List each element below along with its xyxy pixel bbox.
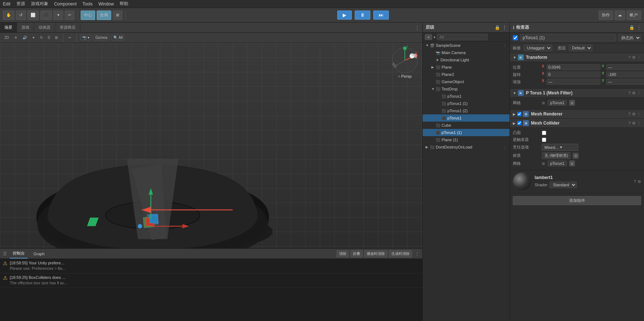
- static-dropdown[interactable]: 静态的: [618, 34, 641, 41]
- hierarchy-lock-icon[interactable]: 🔒: [495, 25, 500, 30]
- menu-edit[interactable]: Edit: [3, 1, 11, 7]
- clear-on-build-button[interactable]: 生成时清除: [389, 250, 412, 257]
- collaborate-button[interactable]: 协作: [599, 11, 613, 20]
- inspector-options-icon[interactable]: ⋮: [637, 25, 641, 30]
- collider-mesh-target-button[interactable]: ⊙: [569, 160, 575, 166]
- play-button[interactable]: ▶: [337, 11, 352, 20]
- scale-x-input[interactable]: [547, 79, 600, 85]
- scale-tool-button[interactable]: ⬜: [27, 11, 39, 20]
- menu-component[interactable]: Component: [54, 1, 77, 7]
- transform-settings-icon[interactable]: ⚙: [632, 55, 636, 60]
- camera-dropdown[interactable]: 📷 ▾: [80, 35, 91, 40]
- shader-dropdown[interactable]: Standard: [550, 182, 577, 188]
- transform-tool-button[interactable]: ✦: [53, 11, 63, 20]
- scene-tab-options-icon[interactable]: ⋮: [415, 25, 419, 30]
- cloud-button[interactable]: ☁: [615, 11, 625, 20]
- dontdestroy-expand-arrow[interactable]: ▶: [426, 145, 430, 149]
- clear-button[interactable]: 清除: [337, 250, 349, 257]
- rotation-y-input[interactable]: [606, 72, 644, 77]
- mesh-filter-target-button[interactable]: ⊙: [569, 100, 575, 106]
- hierarchy-options-icon[interactable]: ⋮: [502, 25, 507, 30]
- mesh-filter-options-icon[interactable]: ⋮: [637, 91, 641, 96]
- add-component-button[interactable]: 添加组件: [513, 196, 641, 205]
- audio-toggle-button[interactable]: 🔊: [21, 35, 28, 40]
- collider-material-target-button[interactable]: ⊙: [573, 153, 579, 159]
- trigger-checkbox[interactable]: [542, 138, 546, 142]
- gizmos-dropdown[interactable]: Gizmos: [93, 35, 109, 40]
- mesh-collider-header[interactable]: ▶ ⊞ Mesh Collider ? ⚙ ⋮: [510, 119, 644, 128]
- transform-options-icon[interactable]: ⋮: [637, 55, 641, 60]
- mesh-filter-collapse-arrow[interactable]: ▼: [513, 91, 516, 95]
- transform-help-icon[interactable]: ?: [628, 55, 631, 60]
- hierarchy-item-gameobject[interactable]: ⬛ GameObject: [423, 78, 510, 85]
- hierarchy-item-cube[interactable]: ⬛ Cube: [423, 122, 510, 129]
- plane-expand-arrow[interactable]: ▶: [431, 65, 436, 69]
- hierarchy-item-plane2[interactable]: ⬛ Plane2: [423, 71, 510, 78]
- menu-help[interactable]: 帮助: [120, 1, 128, 7]
- transform-header[interactable]: ▼ ⊞ Transform ? ⚙ ⋮: [510, 53, 644, 62]
- position-x-input[interactable]: [547, 64, 600, 70]
- samplescene-menu-icon[interactable]: ⋮: [503, 44, 507, 48]
- tab-asset-store[interactable]: 资源商店: [55, 23, 80, 32]
- step-button[interactable]: ⏭: [373, 11, 389, 20]
- mesh-renderer-help-icon[interactable]: ?: [628, 112, 631, 117]
- mesh-filter-help-icon[interactable]: ?: [628, 91, 631, 96]
- collapse-button[interactable]: 折叠: [350, 250, 363, 257]
- object-active-checkbox[interactable]: [513, 35, 518, 40]
- samplescene-expand-arrow[interactable]: ▼: [426, 44, 430, 47]
- hierarchy-item-testdrop[interactable]: ▼ ⬛ TestDrop: [423, 85, 510, 93]
- console-item-1[interactable]: ⚠ [18:58:55] Your Unity prefere... Pleas…: [0, 259, 422, 273]
- position-y-input[interactable]: [606, 64, 644, 70]
- tag-dropdown[interactable]: Untagged: [524, 45, 552, 51]
- scale-y-input[interactable]: [606, 79, 644, 85]
- hierarchy-item-ptorus1-b-selected[interactable]: ⬛ pTorus1 (1): [423, 129, 510, 136]
- hierarchy-item-samplescene[interactable]: ▼ 🎬 SampleScene ⋮: [423, 42, 510, 49]
- light-toggle-button[interactable]: ☀: [13, 35, 19, 40]
- hand-tool-button[interactable]: ✋: [3, 11, 15, 20]
- console-options-icon[interactable]: ⋮: [415, 251, 419, 256]
- pause-button[interactable]: ⏸: [355, 11, 370, 20]
- tab-graph[interactable]: Graph: [31, 249, 48, 259]
- hierarchy-item-directional-light[interactable]: ☀ Directional Light: [423, 56, 510, 64]
- hierarchy-item-ptorus1-child3[interactable]: ⬛ pTorus1 (2): [423, 107, 510, 114]
- hierarchy-item-plane1[interactable]: ⬛ Plane (1): [423, 136, 510, 143]
- shading-2d-button[interactable]: 2D: [3, 35, 11, 40]
- mesh-filter-header[interactable]: ▼ ⊞ P Torus 1 (Mesh Filter) ? ⚙ ⋮: [510, 89, 644, 98]
- mesh-collider-enabled-checkbox[interactable]: [517, 121, 522, 125]
- dontdestroy-menu-icon[interactable]: ⋮: [503, 145, 507, 149]
- layer-dropdown[interactable]: Default: [569, 45, 592, 51]
- tab-console[interactable]: 控制台: [10, 249, 28, 259]
- hierarchy-item-ptorus1-child1[interactable]: ⬛ pTorus1: [423, 93, 510, 100]
- scissors-button[interactable]: ✂: [67, 35, 73, 40]
- rotation-button[interactable]: ↻: [39, 35, 44, 40]
- transform-collapse-arrow[interactable]: ▼: [513, 56, 516, 60]
- mesh-renderer-header[interactable]: ▶ ⊞ Mesh Renderer ? ⚙ ⋮: [510, 110, 644, 119]
- rotate-tool-button[interactable]: ⬛: [40, 11, 52, 20]
- testdrop-expand-arrow[interactable]: ▼: [431, 87, 436, 91]
- cooking-dropdown[interactable]: Mixed... ▾: [542, 144, 578, 151]
- grid-button[interactable]: ⊞: [113, 11, 122, 20]
- object-name-input[interactable]: [520, 34, 616, 41]
- menu-tools[interactable]: Tools: [82, 1, 93, 7]
- fx-toggle-button[interactable]: ✦: [31, 35, 36, 40]
- mesh-renderer-collapse-arrow[interactable]: ▶: [513, 112, 516, 116]
- rotation-x-input[interactable]: [547, 72, 600, 77]
- menu-assets[interactable]: 资源: [16, 1, 25, 7]
- custom-tool-button[interactable]: ✂: [65, 11, 75, 20]
- mesh-collider-collapse-arrow[interactable]: ▶: [513, 121, 516, 125]
- menu-window[interactable]: Window: [98, 1, 114, 7]
- tab-game[interactable]: 游戏: [17, 23, 34, 32]
- mesh-renderer-enabled-checkbox[interactable]: [517, 112, 522, 116]
- hierarchy-item-ptorus1-child2[interactable]: ⬛ pTorus1 (1): [423, 100, 510, 107]
- grid-scene-button[interactable]: ⊞: [53, 35, 59, 40]
- clear-on-play-button[interactable]: 播放时清除: [364, 250, 387, 257]
- tab-scene[interactable]: 场景: [0, 23, 17, 32]
- console-item-2[interactable]: ⚠ [18:59:25] BoxColliders does ... The e…: [0, 273, 422, 288]
- search-dropdown[interactable]: 🔍 All: [112, 35, 124, 40]
- mesh-collider-help-icon[interactable]: ?: [628, 121, 631, 126]
- tab-animator[interactable]: 动画器: [34, 23, 55, 32]
- hierarchy-item-dontdestroy[interactable]: ▶ ⬛ DontDestroyOnLoad ⋮: [423, 143, 510, 151]
- mesh-renderer-settings-icon[interactable]: ⚙: [632, 112, 636, 117]
- mesh-renderer-options-icon[interactable]: ⋮: [637, 112, 641, 117]
- hierarchy-dropdown-arrow[interactable]: ▾: [434, 35, 435, 39]
